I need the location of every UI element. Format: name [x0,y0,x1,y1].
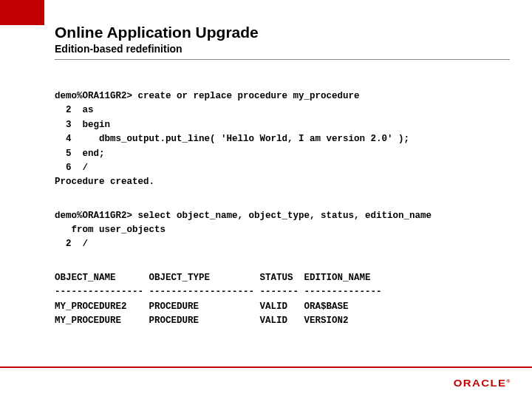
footer-divider [0,366,532,368]
slide-content: Online Application Upgrade Edition-based… [55,24,510,347]
code-block-result-table: OBJECT_NAME OBJECT_TYPE STATUS EDITION_N… [55,271,510,329]
slide-subtitle: Edition-based redefinition [55,43,510,60]
code-block-create-procedure: demo%ORA11GR2> create or replace procedu… [55,89,510,190]
oracle-logo-text: ORACLE [454,378,506,389]
oracle-logo: ORACLE® [454,378,511,389]
slide-title: Online Application Upgrade [55,24,510,41]
red-accent-block [0,0,44,25]
code-block-select-query: demo%ORA11GR2> select object_name, objec… [55,209,510,252]
